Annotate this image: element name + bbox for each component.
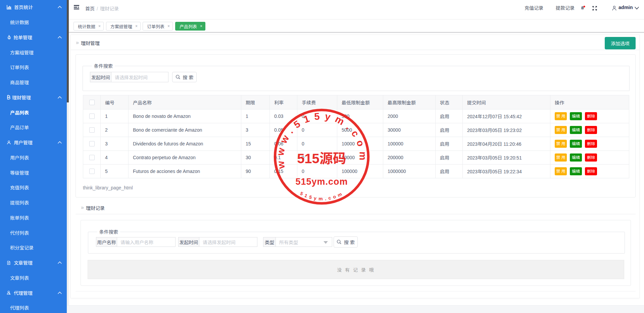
svg-text:515ym.com: 515ym.com — [295, 177, 348, 187]
svg-text:515源码: 515源码 — [297, 148, 346, 167]
